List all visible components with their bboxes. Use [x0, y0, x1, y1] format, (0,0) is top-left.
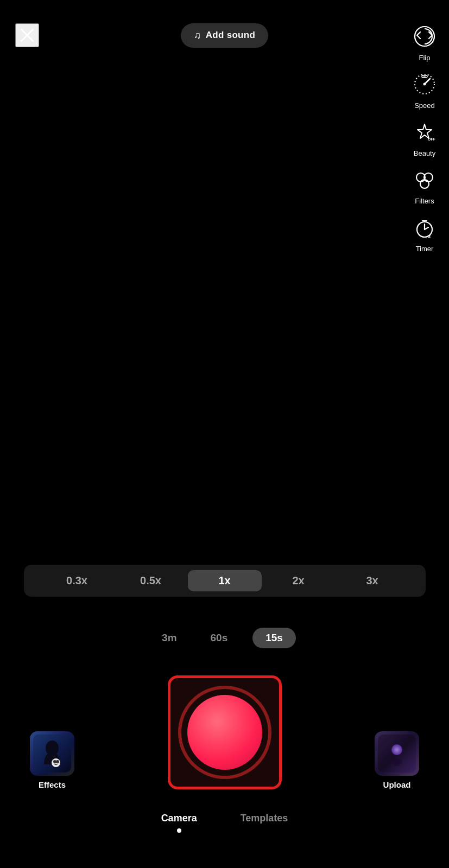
- duration-60s[interactable]: 60s: [202, 628, 237, 648]
- speed-option-03x[interactable]: 0.3x: [40, 570, 114, 591]
- duration-15s[interactable]: 15s: [252, 628, 296, 648]
- record-button[interactable]: [168, 675, 282, 789]
- duration-controls: 3m 60s 15s: [0, 628, 449, 648]
- timer-label: Timer: [416, 245, 434, 253]
- record-button-inner: [187, 695, 262, 770]
- add-sound-label: Add sound: [206, 30, 255, 41]
- svg-point-10: [420, 180, 429, 188]
- upload-button[interactable]: Upload: [375, 731, 419, 789]
- music-icon: ♫: [194, 30, 201, 41]
- svg-text:OFF: OFF: [428, 137, 436, 141]
- speed-option-05x[interactable]: 0.5x: [114, 570, 188, 591]
- svg-point-4: [423, 83, 426, 86]
- templates-nav-label: Templates: [241, 813, 288, 824]
- nav-item-camera[interactable]: Camera: [161, 813, 197, 833]
- effects-image: [30, 731, 74, 776]
- svg-text:3: 3: [428, 234, 431, 239]
- svg-rect-21: [394, 758, 400, 766]
- effects-thumbnail: [30, 731, 74, 776]
- duration-3m[interactable]: 3m: [153, 628, 185, 648]
- camera-nav-dot: [177, 828, 181, 833]
- timer-icon: 3: [410, 213, 439, 242]
- svg-point-17: [56, 760, 59, 763]
- right-sidebar: Flip ON Speed OFF Beauty: [410, 22, 439, 253]
- effects-button[interactable]: Effects: [30, 731, 74, 789]
- record-button-ring: [178, 686, 271, 779]
- sidebar-item-speed[interactable]: ON Speed: [410, 69, 439, 110]
- speed-label: Speed: [414, 101, 435, 110]
- flip-label: Flip: [419, 54, 431, 62]
- upload-label: Upload: [383, 780, 411, 789]
- flip-icon: [410, 22, 439, 51]
- svg-text:ON: ON: [423, 75, 426, 78]
- sidebar-item-flip[interactable]: Flip: [410, 22, 439, 62]
- sidebar-item-timer[interactable]: 3 Timer: [410, 213, 439, 253]
- bottom-nav: Camera Templates: [0, 803, 449, 868]
- speed-icon: ON: [410, 69, 439, 99]
- camera-nav-label: Camera: [161, 813, 197, 824]
- speed-bar: 0.3x 0.5x 1x 2x 3x: [24, 565, 426, 597]
- filters-label: Filters: [415, 197, 434, 205]
- upload-thumbnail: [375, 731, 419, 776]
- beauty-label: Beauty: [414, 149, 435, 157]
- speed-option-1x[interactable]: 1x: [188, 570, 262, 591]
- record-button-container: [168, 675, 282, 789]
- nav-item-templates[interactable]: Templates: [241, 813, 288, 833]
- speed-controls: 0.3x 0.5x 1x 2x 3x: [0, 565, 449, 597]
- speed-option-2x[interactable]: 2x: [262, 570, 336, 591]
- speed-option-3x[interactable]: 3x: [336, 570, 409, 591]
- effects-label: Effects: [39, 780, 66, 789]
- sidebar-item-beauty[interactable]: OFF Beauty: [410, 117, 439, 157]
- close-button[interactable]: [15, 23, 39, 47]
- add-sound-button[interactable]: ♫ Add sound: [181, 23, 268, 48]
- filters-icon: [410, 165, 439, 194]
- sidebar-item-filters[interactable]: Filters: [410, 165, 439, 205]
- top-bar: ♫ Add sound: [0, 0, 449, 54]
- svg-point-19: [391, 744, 402, 755]
- beauty-icon: OFF: [410, 117, 439, 146]
